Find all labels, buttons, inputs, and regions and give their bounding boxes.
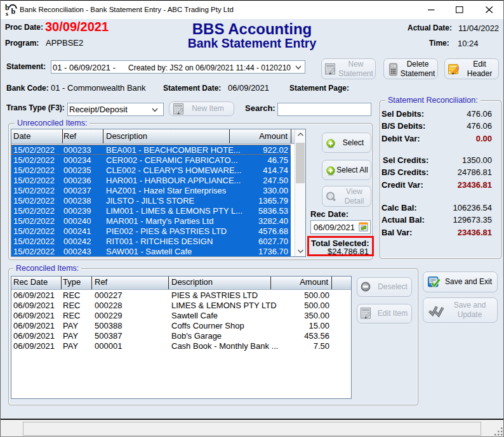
svg-text:b: b bbox=[11, 7, 16, 16]
svg-text:s: s bbox=[6, 10, 8, 16]
